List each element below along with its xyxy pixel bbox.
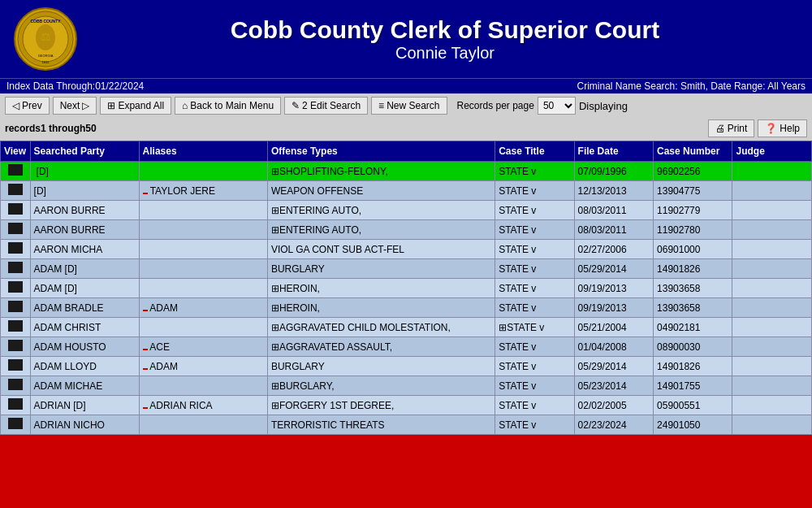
offense-cell: ⊞BURGLARY, (267, 376, 495, 396)
alias-highlight (143, 193, 148, 194)
table-row: ADRIAN NICHOTERRORISTIC THREATSSTATE v02… (1, 415, 812, 435)
case-title-cell: STATE v (495, 240, 574, 259)
prev-button[interactable]: ◁ Prev (5, 97, 50, 115)
party-cell: ADAM BRADLE (30, 298, 139, 318)
table-row: ADAM MICHAE⊞BURGLARY,STATE v05/23/201414… (1, 376, 812, 396)
page-header: COBB COUNTY GEORGIA 1832 ⚖ Cobb County C… (0, 0, 812, 78)
view-button[interactable] (8, 359, 23, 371)
view-button[interactable] (8, 320, 23, 332)
seal-container: COBB COUNTY GEORGIA 1832 ⚖ (13, 7, 78, 72)
alias-cell (139, 415, 267, 435)
view-button[interactable] (8, 223, 23, 234)
offense-cell: BURGLARY (267, 259, 495, 279)
displaying-label: Displaying (579, 100, 628, 112)
case-title-cell: STATE v (495, 357, 574, 376)
seal-icon: COBB COUNTY GEORGIA 1832 ⚖ (13, 7, 78, 72)
file-date-cell: 02/23/2024 (574, 415, 653, 435)
case-title-cell: STATE v (495, 201, 574, 220)
prev-icon: ◁ (12, 100, 19, 111)
toolbar-row2: records1 through50 🖨 Print ❓ Help (0, 118, 812, 141)
col-header-casetitle: Case Title (495, 141, 574, 162)
view-button[interactable] (8, 262, 23, 273)
judge-cell (732, 415, 812, 435)
edit-search-button[interactable]: ✎ 2 Edit Search (284, 97, 368, 115)
alias-cell: ACE (139, 337, 267, 357)
view-cell (1, 220, 31, 240)
party-cell: AARON BURRE (30, 201, 139, 220)
view-cell (1, 357, 31, 376)
back-to-main-button[interactable]: ⌂ Back to Main Menu (175, 97, 281, 115)
file-date-cell: 09/19/2013 (574, 298, 653, 318)
view-button[interactable] (8, 184, 23, 195)
view-button[interactable] (8, 340, 23, 351)
alias-cell (139, 279, 267, 298)
records-per-page-select[interactable]: 50 25 100 (538, 97, 576, 115)
file-date-cell: 05/21/2004 (574, 318, 653, 337)
case-number-cell: 13904775 (654, 181, 732, 201)
new-search-button[interactable]: ≡ New Search (371, 97, 447, 115)
alias-cell (139, 318, 267, 337)
view-button[interactable] (8, 418, 23, 429)
view-button[interactable] (8, 301, 23, 312)
case-number-cell: 13903658 (654, 279, 732, 298)
party-cell: AARON MICHA (30, 240, 139, 259)
table-row: AARON BURRE⊞ENTERING AUTO,STATE v08/03/2… (1, 201, 812, 220)
judge-cell (732, 298, 812, 318)
file-date-cell: 01/04/2008 (574, 337, 653, 357)
offense-cell: ⊞SHOPLIFTING-FELONY, (267, 162, 495, 181)
info-bar: Index Data Through:01/22/2024 Criminal N… (0, 78, 812, 93)
svg-text:1832: 1832 (42, 60, 50, 64)
file-date-cell: 07/09/1996 (574, 162, 653, 181)
case-number-cell: 11902779 (654, 201, 732, 220)
view-button[interactable] (8, 379, 23, 390)
file-date-cell: 12/13/2013 (574, 181, 653, 201)
offense-cell: ⊞AGGRAVATED CHILD MOLESTATION, (267, 318, 495, 337)
view-button[interactable] (8, 203, 23, 215)
case-number-cell: 14901826 (654, 357, 732, 376)
case-number-cell: 24901050 (654, 415, 732, 435)
case-title-cell: STATE v (495, 337, 574, 357)
clerk-name: Connie Taylor (91, 44, 799, 63)
alias-cell: ADAM (139, 298, 267, 318)
next-icon: ▷ (82, 100, 89, 111)
party-cell: ADAM HOUSTO (30, 337, 139, 357)
expand-icon: ⊞ (107, 100, 115, 111)
view-button[interactable] (8, 398, 23, 410)
case-number-cell: 11902780 (654, 220, 732, 240)
table-row: ADAM HOUSTO ACE⊞AGGRAVATED ASSAULT,STATE… (1, 337, 812, 357)
view-button[interactable] (8, 242, 23, 254)
records-per-page-label: Records per page (457, 100, 534, 111)
offense-cell: BURGLARY (267, 357, 495, 376)
case-number-cell: 96902256 (654, 162, 732, 181)
help-icon: ❓ (765, 123, 777, 134)
judge-cell (732, 279, 812, 298)
col-header-judge: Judge (732, 141, 812, 162)
index-date: Index Data Through:01/22/2024 (6, 80, 144, 92)
next-button[interactable]: Next ▷ (53, 97, 97, 115)
expand-all-button[interactable]: ⊞ Expand All (100, 97, 171, 115)
party-cell: ADRIAN NICHO (30, 415, 139, 435)
case-number-cell: 05900551 (654, 396, 732, 415)
svg-text:COBB COUNTY: COBB COUNTY (30, 19, 61, 24)
table-row: ADRIAN [D] ADRIAN RICA⊞FORGERY 1ST DEGRE… (1, 396, 812, 415)
toolbar-actions-right: 🖨 Print ❓ Help (708, 119, 807, 137)
svg-text:⚖: ⚖ (41, 30, 51, 43)
view-button[interactable] (8, 164, 23, 176)
file-date-cell: 09/19/2013 (574, 279, 653, 298)
results-table: View Searched Party Aliases Offense Type… (0, 141, 812, 435)
view-button[interactable] (8, 281, 23, 293)
party-cell: ADAM [D] (30, 259, 139, 279)
view-cell (1, 396, 31, 415)
view-cell (1, 201, 31, 220)
judge-cell (732, 240, 812, 259)
help-button[interactable]: ❓ Help (758, 119, 807, 137)
case-title-cell: STATE v (495, 298, 574, 318)
party-cell: [D] (30, 181, 139, 201)
party-cell: ADAM [D] (30, 279, 139, 298)
party-cell: [D] (30, 162, 139, 181)
party-cell: ADAM MICHAE (30, 376, 139, 396)
home-icon: ⌂ (182, 100, 188, 111)
col-header-filedate: File Date (574, 141, 653, 162)
print-button[interactable]: 🖨 Print (708, 119, 755, 137)
court-title: Cobb County Clerk of Superior Court (91, 16, 799, 44)
